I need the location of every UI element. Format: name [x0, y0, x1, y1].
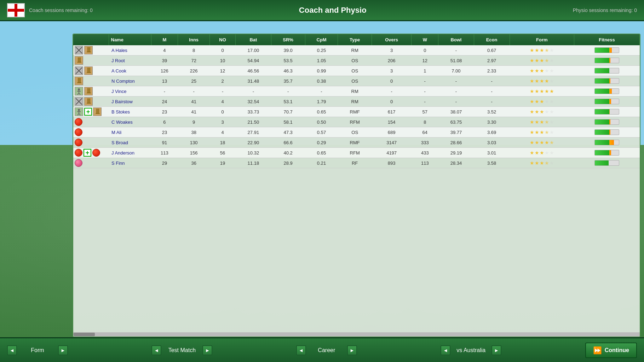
stat-type: RFM — [338, 117, 372, 127]
wicket-bat-icon — [93, 107, 102, 116]
stat-sr: 46.3 — [271, 66, 305, 76]
vs-prev-arrow[interactable]: ◄ — [441, 345, 450, 355]
stat-w: 0 — [412, 45, 438, 56]
col-bowl: Bowl — [438, 34, 474, 45]
stat-inns: 41 — [178, 97, 210, 107]
stat-no: 18 — [209, 138, 235, 148]
scrollbar-thumb[interactable] — [74, 333, 95, 336]
player-icons-cell — [73, 76, 109, 86]
stat-inns: 25 — [178, 76, 210, 86]
svg-rect-17 — [79, 78, 80, 83]
stat-econ: 3.58 — [474, 158, 510, 168]
stat-overs: 893 — [372, 158, 411, 168]
wicket-bat-icon — [84, 46, 93, 54]
player-icons-cell: + — [73, 107, 109, 117]
col-sr: SR% — [271, 34, 305, 45]
stat-overs: 154 — [372, 117, 411, 127]
stat-bowl: 63.75 — [438, 117, 474, 127]
ball-red-icon — [92, 149, 100, 157]
player-name: S Finn — [109, 158, 151, 168]
player-name: J Bairstow — [109, 97, 151, 107]
svg-rect-2 — [87, 47, 88, 52]
col-econ: Econ — [474, 34, 510, 45]
col-w: W — [412, 34, 438, 45]
stat-econ: 2.97 — [474, 56, 510, 66]
stat-cpm: 0.65 — [305, 148, 338, 158]
coach-sessions-text: Coach sessions remaining: 0 — [29, 7, 93, 13]
fitness-bar-cell — [574, 148, 640, 158]
stat-cpm: 0.50 — [305, 117, 338, 127]
stat-bat: 32.54 — [236, 97, 271, 107]
stat-bowl: 29.19 — [438, 148, 474, 158]
col-overs: Overs — [372, 34, 411, 45]
col-icons — [73, 34, 109, 45]
vs-next-arrow[interactable]: ► — [491, 345, 501, 355]
stat-bowl: 39.77 — [438, 127, 474, 138]
career-prev-arrow[interactable]: ◄ — [296, 345, 306, 355]
stat-cpm: 0.25 — [305, 45, 338, 56]
career-next-arrow[interactable]: ► — [347, 345, 357, 355]
player-icons-cell — [73, 138, 109, 148]
crossed-bat-icon — [75, 66, 83, 75]
form-stars: ★★★★★ — [510, 97, 574, 107]
vs-tab: ◄ vs Australia ► — [441, 345, 501, 355]
table-row: N Compton1325231.4835.70.38OS0---★★★★★ — [73, 76, 640, 86]
test-match-next-arrow[interactable]: ► — [202, 345, 212, 355]
svg-rect-3 — [88, 47, 89, 52]
stat-econ: 3.30 — [474, 117, 510, 127]
table-row: S Broad911301822.9066.60.29RMF314733328.… — [73, 138, 640, 148]
form-stars: ★★★★★ — [510, 76, 574, 86]
stat-no: 10 — [209, 56, 235, 66]
stat-sr: 53.1 — [271, 97, 305, 107]
form-stars: ★★★★★ — [510, 107, 574, 117]
player-icons-cell — [73, 97, 109, 107]
stat-inns: 36 — [178, 158, 210, 168]
fitness-bar-cell — [574, 86, 640, 97]
fielding-icon — [75, 87, 83, 95]
form-stars: ★★★★★ — [510, 127, 574, 138]
form-next-arrow[interactable]: ► — [58, 345, 68, 355]
fitness-bar-cell — [574, 107, 640, 117]
col-inns: Inns — [178, 34, 210, 45]
table-row: +J Anderson1131565610.3240.20.65RFM41974… — [73, 148, 640, 158]
stat-w: - — [412, 76, 438, 86]
career-label: Career — [309, 347, 344, 354]
continue-button[interactable]: ⏩ Continue — [585, 343, 637, 358]
fitness-bar-cell — [574, 158, 640, 168]
svg-rect-40 — [96, 109, 97, 113]
fitness-bar-cell — [574, 76, 640, 86]
stat-w: 64 — [412, 127, 438, 138]
stat-w: - — [412, 97, 438, 107]
stat-bat: 46.56 — [236, 66, 271, 76]
svg-rect-28 — [87, 93, 91, 93]
form-stars: ★★★★★ — [510, 158, 574, 168]
stat-overs: 617 — [372, 107, 411, 117]
stat-w: - — [412, 86, 438, 97]
stat-sr: 66.6 — [271, 138, 305, 148]
test-match-prev-arrow[interactable]: ◄ — [151, 345, 161, 355]
table-row: +B Stokes2341033.7370.70.65RMF6175738.07… — [73, 107, 640, 117]
svg-rect-16 — [78, 78, 79, 83]
svg-rect-8 — [80, 57, 81, 62]
stat-bat: 21.50 — [236, 117, 271, 127]
stat-bowl: 38.07 — [438, 107, 474, 117]
svg-rect-5 — [87, 52, 91, 52]
stat-overs: 689 — [372, 127, 411, 138]
svg-rect-25 — [87, 88, 88, 93]
form-prev-arrow[interactable]: ◄ — [7, 345, 17, 355]
stat-inns: - — [178, 86, 210, 97]
stat-sr: 35.7 — [271, 76, 305, 86]
stat-cpm: 0.65 — [305, 107, 338, 117]
table-row: A Cook1262261246.5646.30.99OS317.002.33★… — [73, 66, 640, 76]
svg-rect-19 — [77, 82, 81, 83]
stat-m: 23 — [151, 127, 178, 138]
stat-no: 0 — [209, 107, 235, 117]
player-name: N Compton — [109, 76, 151, 86]
player-name: C Woakes — [109, 117, 151, 127]
table-row: A Hales48017.0039.00.25RM30-0.67★★★★★ — [73, 45, 640, 56]
stat-type: RM — [338, 45, 372, 56]
scrollbar[interactable] — [73, 332, 640, 337]
stat-bowl: - — [438, 97, 474, 107]
stat-m: 126 — [151, 66, 178, 76]
stat-type: RMF — [338, 138, 372, 148]
